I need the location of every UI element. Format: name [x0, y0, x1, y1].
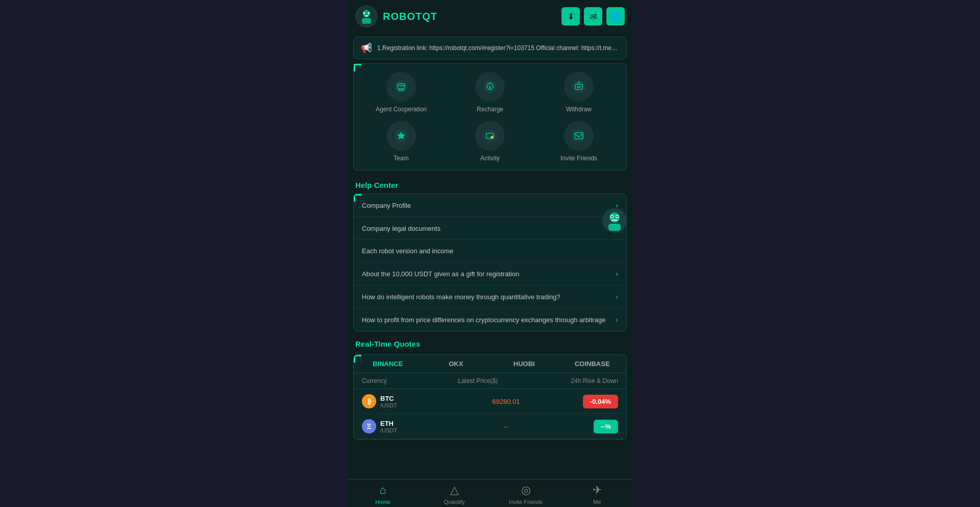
mail-icon-btn[interactable]: ✉: [584, 7, 602, 26]
quotes-title: Real-Time Quotes: [347, 333, 633, 350]
menu-item-invite-friends[interactable]: Invite Friends: [536, 121, 621, 162]
help-item-usdt-gift[interactable]: About the 10,000 USDT given as a gift fo…: [354, 262, 626, 285]
globe-icon-btn[interactable]: 🌐: [606, 7, 625, 26]
help-item-legal-documents[interactable]: Company legal documents ›: [354, 217, 626, 240]
menu-item-recharge[interactable]: $ Recharge: [448, 72, 532, 113]
tab-binance[interactable]: BINANCE: [354, 355, 422, 373]
eth-change-cell: --%: [554, 420, 619, 433]
menu-item-activity[interactable]: Activity: [448, 121, 532, 162]
quote-row-eth: Ξ ETH /USDT -- --%: [354, 414, 626, 439]
btc-icon: ₿: [362, 394, 376, 408]
svg-point-20: [483, 129, 497, 142]
svg-point-22: [491, 136, 494, 139]
btc-price: 69280.01: [458, 398, 554, 405]
recharge-icon: $: [475, 72, 505, 102]
download-icon-btn[interactable]: ⬇: [561, 7, 580, 26]
activity-icon: [475, 121, 505, 151]
invite-friends-label: Invite Friends: [560, 155, 597, 162]
col-price: Latest Price($): [458, 377, 554, 384]
withdraw-label: Withdraw: [566, 106, 592, 113]
btc-change-cell: -0.04%: [554, 395, 619, 408]
svg-point-3: [363, 12, 365, 14]
eth-price: --: [458, 423, 554, 430]
menu-item-withdraw[interactable]: Withdraw: [536, 72, 621, 113]
svg-point-31: [617, 216, 618, 218]
menu-item-agent-cooperation[interactable]: Agent Cooperation: [359, 72, 444, 113]
header-icons: ⬇ ✉ 🌐: [561, 7, 625, 26]
activity-label: Activity: [480, 155, 500, 162]
btc-name: BTC: [380, 395, 397, 402]
quantify-icon: △: [450, 484, 459, 497]
help-item-text-usdt: About the 10,000 USDT given as a gift fo…: [362, 270, 519, 278]
eth-name: ETH: [380, 420, 397, 427]
col-currency: Currency: [362, 377, 458, 384]
header: ROBOTQT ⬇ ✉ 🌐: [347, 0, 633, 33]
eth-name-cell: ETH /USDT: [380, 420, 397, 433]
tab-okx[interactable]: OKX: [422, 355, 491, 373]
arrow-icon-4: ›: [616, 293, 618, 301]
svg-rect-17: [577, 86, 581, 88]
btc-change-badge: -0.04%: [583, 395, 618, 408]
svg-point-4: [368, 12, 370, 14]
exchange-tabs: BINANCE OKX HUOBI COINBASE: [354, 355, 626, 373]
tab-huobi[interactable]: HUOBI: [490, 355, 558, 373]
btc-pair: /USDT: [380, 402, 397, 408]
help-item-company-profile[interactable]: Company Profile ›: [354, 194, 626, 217]
quantify-label: Quantify: [444, 499, 465, 505]
invite-friends-icon: [564, 121, 594, 151]
eth-coin-cell: Ξ ETH /USDT: [362, 419, 458, 433]
svg-rect-5: [364, 15, 368, 16]
nav-home[interactable]: ⌂ Home: [347, 484, 419, 505]
svg-rect-32: [611, 220, 618, 221]
help-item-arbitrage[interactable]: How to profit from price differences on …: [354, 308, 626, 331]
menu-item-team[interactable]: Team: [359, 121, 444, 162]
team-label: Team: [394, 155, 408, 162]
announcement-bar: 📢 1.Registration link: https://robotqt.c…: [353, 37, 627, 59]
avatar: [355, 5, 378, 28]
invite-icon: ◎: [521, 484, 531, 497]
eth-icon: Ξ: [362, 419, 376, 433]
nav-invite[interactable]: ◎ Invite Friends: [490, 484, 561, 505]
nav-me[interactable]: ✈ Me: [561, 484, 633, 505]
invite-label: Invite Friends: [509, 499, 543, 505]
announce-icon: 📢: [361, 42, 372, 54]
help-item-text-arbitrage: How to profit from price differences on …: [362, 316, 605, 324]
menu-section: Agent Cooperation $ Recharge: [353, 63, 627, 171]
me-icon: ✈: [593, 484, 602, 497]
quote-row-btc: ₿ BTC /USDT 69280.01 -0.04%: [354, 389, 626, 414]
header-left: ROBOTQT: [355, 5, 437, 28]
team-icon: [386, 121, 416, 151]
quotes-header: Currency Latest Price($) 24h Rise & Down: [354, 373, 626, 389]
agent-cooperation-label: Agent Cooperation: [376, 106, 427, 113]
quotes-section: BINANCE OKX HUOBI COINBASE Currency Late…: [353, 354, 627, 440]
recharge-label: Recharge: [477, 106, 503, 113]
help-item-text-robots: How do intelligent robots make money thr…: [362, 293, 560, 301]
svg-text:$: $: [489, 85, 492, 89]
bottom-nav: ⌂ Home △ Quantify ◎ Invite Friends ✈ Me: [347, 479, 633, 507]
robot-float-icon[interactable]: [602, 208, 627, 233]
svg-point-30: [611, 216, 613, 218]
withdraw-icon: [564, 72, 594, 102]
arrow-icon-5: ›: [616, 316, 618, 324]
svg-point-6: [395, 80, 408, 93]
menu-grid: Agent Cooperation $ Recharge: [359, 72, 621, 162]
help-center-list: Company Profile › Company legal document…: [353, 194, 627, 331]
col-change: 24h Rise & Down: [554, 377, 619, 384]
home-label: Home: [375, 499, 390, 505]
help-item-robot-version[interactable]: Each robot version and income: [354, 240, 626, 262]
svg-point-23: [572, 129, 585, 142]
tab-coinbase[interactable]: COINBASE: [558, 355, 627, 373]
help-item-text-company-profile: Company Profile: [362, 202, 411, 209]
nav-quantify[interactable]: △ Quantify: [419, 484, 490, 505]
svg-rect-27: [608, 224, 621, 231]
me-label: Me: [593, 499, 601, 505]
help-item-text-robot: Each robot version and income: [362, 247, 453, 255]
home-icon: ⌂: [379, 484, 386, 497]
agent-cooperation-icon: [386, 72, 416, 102]
help-item-intelligent-robots[interactable]: How do intelligent robots make money thr…: [354, 285, 626, 308]
app-title: ROBOTQT: [383, 11, 437, 22]
svg-rect-2: [362, 18, 371, 24]
eth-change-badge: --%: [594, 420, 618, 433]
eth-pair: /USDT: [380, 427, 397, 433]
help-item-text-legal: Company legal documents: [362, 225, 440, 232]
